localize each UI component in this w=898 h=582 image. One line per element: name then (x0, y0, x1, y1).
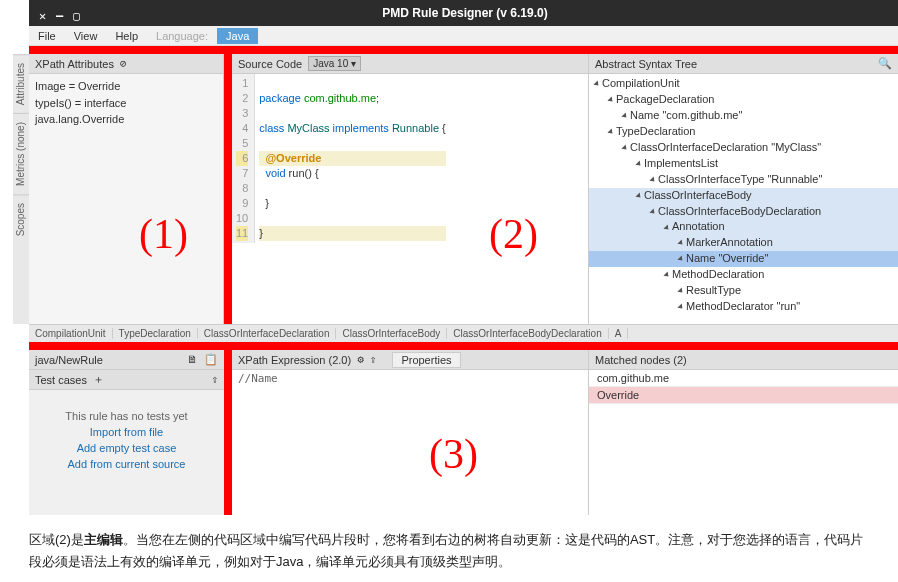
xpath-editor-panel: XPath Expression (2.0) ⚙ ⇪ Properties //… (232, 350, 588, 515)
ast-node[interactable]: ClassOrInterfaceBodyDeclaration (589, 204, 898, 220)
titlebar: ✕ — ▢ PMD Rule Designer (v 6.19.0) (29, 0, 898, 26)
breadcrumb-item[interactable]: A (609, 328, 629, 339)
add-from-source-link[interactable]: Add from current source (39, 458, 214, 470)
source-title: Source Code (238, 58, 302, 70)
minimize-icon[interactable]: — (56, 9, 65, 18)
xpath-input[interactable]: //Name (232, 370, 588, 387)
region-label-3: (3) (429, 430, 478, 478)
region-divider (224, 54, 232, 324)
ast-panel: Abstract Syntax Tree 🔍 CompilationUnitPa… (588, 54, 898, 324)
menu-language-java[interactable]: Java (217, 28, 258, 44)
maximize-icon[interactable]: ▢ (73, 9, 82, 18)
region-divider (224, 350, 232, 515)
breadcrumb-item[interactable]: TypeDeclaration (113, 328, 198, 339)
side-tabs: Attributes Metrics (none) Scopes (13, 54, 29, 324)
export-icon[interactable]: ⇪ (211, 373, 218, 386)
sidetab-attributes[interactable]: Attributes (13, 54, 29, 113)
source-panel: Source Code Java 10 ▾ 1234567891011 pack… (232, 54, 588, 324)
matched-title: Matched nodes (2) (595, 354, 687, 366)
ast-node[interactable]: MarkerAnnotation (589, 235, 898, 251)
search-icon[interactable]: 🔍 (878, 57, 892, 70)
ast-node[interactable]: ResultType (589, 283, 898, 299)
matched-item[interactable]: com.github.me (589, 370, 898, 387)
ast-node[interactable]: ClassOrInterfaceDeclaration "MyClass" (589, 140, 898, 156)
tests-panel: java/NewRule 🗎 📋 Test cases ＋ ⇪ This rul… (29, 350, 224, 515)
menu-help[interactable]: Help (106, 30, 147, 42)
testcases-title: Test cases (35, 374, 87, 386)
ast-node[interactable]: Annotation (589, 219, 898, 235)
ast-node[interactable]: MethodDeclaration (589, 267, 898, 283)
ast-title: Abstract Syntax Tree (595, 58, 697, 70)
ast-node[interactable]: ClassOrInterfaceType "Runnable" (589, 172, 898, 188)
ast-node[interactable]: CompilationUnit (589, 76, 898, 92)
ast-node[interactable]: MethodDeclarator "run" (589, 299, 898, 315)
ast-node[interactable]: Name "Override" (589, 251, 898, 267)
menubar: File View Help Language: Java (29, 26, 898, 46)
add-empty-link[interactable]: Add empty test case (39, 442, 214, 454)
export-icon[interactable]: ⇪ (370, 353, 377, 366)
ast-breadcrumb: CompilationUnitTypeDeclarationClassOrInt… (29, 324, 898, 342)
copy-icon[interactable]: 📋 (204, 353, 218, 366)
xpath-attr-row: Image = Override (35, 78, 217, 95)
ast-node[interactable]: PackageDeclaration (589, 92, 898, 108)
region-label-2: (2) (489, 210, 538, 258)
lang-dropdown[interactable]: Java 10 ▾ (308, 56, 361, 71)
menu-language-label: Language: (147, 30, 217, 42)
breadcrumb-item[interactable]: ClassOrInterfaceBodyDeclaration (447, 328, 608, 339)
line-gutter: 1234567891011 (232, 74, 255, 243)
xpath-attrs-title: XPath Attributes (35, 58, 114, 70)
ast-node[interactable]: ClassOrInterfaceBody (589, 188, 898, 204)
breadcrumb-item[interactable]: CompilationUnit (29, 328, 113, 339)
ast-node[interactable]: ImplementsList (589, 156, 898, 172)
xpath-attributes-panel: XPath Attributes ⊘ Image = Override type… (29, 54, 224, 324)
menu-view[interactable]: View (65, 30, 107, 42)
code-editor[interactable]: package com.github.me; class MyClass imp… (255, 74, 450, 243)
article-text: 区域(2)是主编辑。当您在左侧的代码区域中编写代码片段时，您将看到右边的树将自动… (0, 515, 898, 582)
region-divider (29, 342, 898, 350)
ast-node[interactable]: TypeDeclaration (589, 124, 898, 140)
sidetab-scopes[interactable]: Scopes (13, 194, 29, 244)
doc-icon[interactable]: 🗎 (187, 353, 198, 366)
xpath-expr-title: XPath Expression (2.0) (238, 354, 351, 366)
menu-file[interactable]: File (29, 30, 65, 42)
no-tests-label: This rule has no tests yet (39, 410, 214, 422)
breadcrumb-item[interactable]: ClassOrInterfaceBody (336, 328, 447, 339)
gear-icon[interactable]: ⚙ (357, 353, 364, 366)
xpath-attr-row: typeIs() = interface java.lang.Override (35, 95, 217, 128)
add-icon[interactable]: ＋ (93, 372, 104, 387)
no-icon[interactable]: ⊘ (120, 57, 127, 70)
region-label-1: (1) (139, 210, 188, 258)
rule-path: java/NewRule (35, 354, 103, 366)
ast-node[interactable]: Name "com.github.me" (589, 108, 898, 124)
window-title: PMD Rule Designer (v 6.19.0) (92, 6, 838, 20)
region-divider (29, 46, 898, 54)
breadcrumb-item[interactable]: ClassOrInterfaceDeclaration (198, 328, 337, 339)
ast-tree[interactable]: CompilationUnitPackageDeclarationName "c… (589, 74, 898, 317)
matched-item[interactable]: Override (589, 387, 898, 404)
close-icon[interactable]: ✕ (39, 9, 48, 18)
matched-panel: Matched nodes (2) com.github.me Override (588, 350, 898, 515)
import-link[interactable]: Import from file (39, 426, 214, 438)
properties-button[interactable]: Properties (392, 352, 460, 368)
sidetab-metrics[interactable]: Metrics (none) (13, 113, 29, 194)
